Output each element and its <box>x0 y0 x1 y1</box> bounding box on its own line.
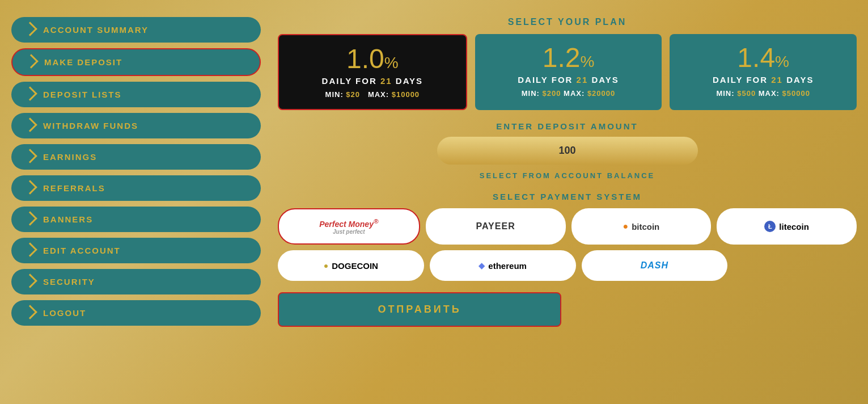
sidebar-item-banners[interactable]: BANNERS <box>11 207 261 232</box>
chevron-right-icon <box>23 273 37 288</box>
balance-section: SELECT FROM ACCOUNT BALANCE <box>480 170 655 180</box>
payment-row-1: Perfect Money® Just perfect PAYEER ● bit… <box>278 208 857 245</box>
plans-section: SELECT YOUR PLAN 1.0% DAILY FOR 21 DAYS … <box>278 17 857 110</box>
perfect-money-logo-text: Perfect Money® <box>319 217 378 229</box>
payment-btn-dash[interactable]: DASH <box>582 250 728 281</box>
sidebar-item-edit-account[interactable]: EDIT ACCOUNT <box>11 238 261 263</box>
sidebar-item-logout-label: LOGOUT <box>43 308 86 318</box>
percent-sign: % <box>384 54 399 71</box>
plan-period-3: DAILY FOR 21 DAYS <box>681 75 845 85</box>
sidebar-item-security-label: SECURITY <box>43 277 95 287</box>
plan-min-value-2: $200 <box>543 89 561 98</box>
plan-days-highlight-1: 21 <box>380 76 392 86</box>
plan-period-2: DAILY FOR 21 DAYS <box>486 75 651 85</box>
plans-title: SELECT YOUR PLAN <box>278 17 857 27</box>
submit-section: ОТПРАВИТЬ <box>278 292 857 327</box>
chevron-right-icon <box>23 117 37 132</box>
chevron-right-icon <box>23 86 37 100</box>
payment-btn-payeer[interactable]: PAYEER <box>426 208 566 245</box>
payment-btn-bitcoin[interactable]: ● bitcoin <box>571 208 712 245</box>
sidebar-item-account-summary[interactable]: ACCOUNT SUMMARY <box>11 17 261 43</box>
sidebar-item-earnings[interactable]: EARNINGS <box>11 144 261 170</box>
chevron-right-icon <box>23 22 37 36</box>
plan-rate-2: 1.2% <box>486 44 651 71</box>
plan-card-2[interactable]: 1.2% DAILY FOR 21 DAYS MIN: $200 MAX: $2… <box>475 34 662 110</box>
percent-sign-3: % <box>775 53 789 70</box>
payment-btn-perfect-money[interactable]: Perfect Money® Just perfect <box>278 208 420 245</box>
balance-title: SELECT FROM ACCOUNT BALANCE <box>480 171 655 180</box>
sidebar-item-withdraw-funds-label: WITHDRAW FUNDS <box>43 121 138 131</box>
payment-spacer <box>733 250 857 281</box>
ethereum-icon: ◆ <box>479 261 485 270</box>
plan-rate-3: 1.4% <box>681 44 845 71</box>
plan-minmax-3: MIN: $500 MAX: $50000 <box>681 89 845 98</box>
dash-label: DASH <box>641 260 668 271</box>
payment-grid: Perfect Money® Just perfect PAYEER ● bit… <box>278 208 857 281</box>
sidebar-item-deposit-lists-label: DEPOSIT LISTS <box>43 90 122 99</box>
chevron-right-icon <box>24 54 38 68</box>
deposit-amount-input[interactable] <box>437 137 698 165</box>
sidebar-item-withdraw-funds[interactable]: WITHDRAW FUNDS <box>11 113 261 138</box>
sidebar-item-referrals[interactable]: REFERRALS <box>11 175 261 201</box>
sidebar-item-make-deposit-label: MAKE DEPOSIT <box>44 57 122 67</box>
plan-period-1: DAILY FOR 21 DAYS <box>290 76 455 86</box>
chevron-right-icon <box>23 211 37 225</box>
sidebar-item-referrals-label: REFERRALS <box>43 183 105 193</box>
sidebar-item-deposit-lists[interactable]: DEPOSIT LISTS <box>11 82 261 107</box>
dogecoin-icon: ● <box>324 261 328 270</box>
ethereum-label: ethereum <box>488 261 527 271</box>
plan-minmax-1: MIN: $20 MAX: $10000 <box>290 90 455 99</box>
sidebar-item-earnings-label: EARNINGS <box>43 152 97 162</box>
plan-card-1[interactable]: 1.0% DAILY FOR 21 DAYS MIN: $20 MAX: $10… <box>278 34 467 110</box>
plan-minmax-2: MIN: $200 MAX: $20000 <box>486 89 651 98</box>
litecoin-icon: Ł <box>764 221 776 232</box>
chevron-right-icon <box>23 180 37 194</box>
sidebar-item-make-deposit[interactable]: MAKE DEPOSIT <box>11 48 261 76</box>
sidebar-item-logout[interactable]: LOGOUT <box>11 300 261 326</box>
chevron-right-icon <box>23 149 37 163</box>
payment-btn-dogecoin[interactable]: ● DOGECOIN <box>278 250 424 281</box>
plan-max-value-3: $50000 <box>782 89 810 98</box>
sidebar-item-edit-account-label: EDIT ACCOUNT <box>43 246 121 255</box>
perfect-money-logo-wrapper: Perfect Money® Just perfect <box>319 217 378 235</box>
plans-row: 1.0% DAILY FOR 21 DAYS MIN: $20 MAX: $10… <box>278 34 857 110</box>
sidebar-item-security[interactable]: SECURITY <box>11 269 261 294</box>
chevron-right-icon <box>23 242 37 256</box>
payeer-label: PAYEER <box>476 221 515 232</box>
perfect-money-sub-text: Just perfect <box>333 229 365 235</box>
main-content: SELECT YOUR PLAN 1.0% DAILY FOR 21 DAYS … <box>278 11 857 393</box>
sidebar-item-banners-label: BANNERS <box>43 214 93 224</box>
percent-sign-2: % <box>580 53 594 70</box>
plan-card-3[interactable]: 1.4% DAILY FOR 21 DAYS MIN: $500 MAX: $5… <box>670 34 857 110</box>
bitcoin-label: bitcoin <box>632 222 659 232</box>
plan-rate-1: 1.0% <box>290 45 455 73</box>
dogecoin-label: DOGECOIN <box>332 261 378 271</box>
deposit-section: ENTER DEPOSIT AMOUNT SELECT FROM ACCOUNT… <box>278 121 857 180</box>
deposit-input-wrapper <box>437 137 698 165</box>
plan-min-value-1: $20 <box>346 90 360 99</box>
payment-btn-litecoin[interactable]: Ł litecoin <box>717 208 857 245</box>
deposit-title: ENTER DEPOSIT AMOUNT <box>496 121 638 131</box>
bitcoin-icon: ● <box>623 221 628 232</box>
plan-days-highlight-3: 21 <box>771 75 783 85</box>
plan-max-value-2: $20000 <box>587 89 615 98</box>
payment-btn-ethereum[interactable]: ◆ ethereum <box>430 250 576 281</box>
payment-title: SELECT PAYMENT SYSTEM <box>278 192 857 201</box>
chevron-right-icon <box>23 305 37 319</box>
plan-max-value-1: $10000 <box>392 90 420 99</box>
plan-min-value-3: $500 <box>737 89 756 98</box>
plan-days-highlight-2: 21 <box>577 75 588 85</box>
payment-section: SELECT PAYMENT SYSTEM Perfect Money® Jus… <box>278 192 857 281</box>
payment-row-2: ● DOGECOIN ◆ ethereum DASH <box>278 250 857 281</box>
sidebar: ACCOUNT SUMMARY MAKE DEPOSIT DEPOSIT LIS… <box>11 11 261 393</box>
litecoin-label: litecoin <box>779 222 809 232</box>
sidebar-item-account-summary-label: ACCOUNT SUMMARY <box>43 25 149 35</box>
submit-button[interactable]: ОТПРАВИТЬ <box>278 292 561 327</box>
